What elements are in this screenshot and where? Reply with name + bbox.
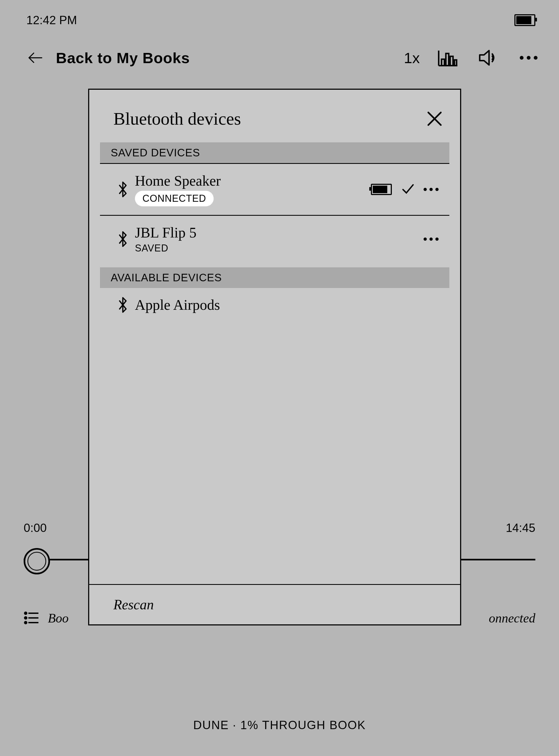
device-more-icon[interactable] xyxy=(424,237,439,241)
clock: 12:42 PM xyxy=(26,14,77,27)
device-status: CONNECTED xyxy=(135,191,214,206)
device-name: JBL Flip 5 xyxy=(135,224,250,241)
svg-rect-3 xyxy=(442,59,445,66)
time-elapsed: 0:00 xyxy=(24,521,47,535)
svg-marker-7 xyxy=(480,50,489,65)
progress-knob[interactable] xyxy=(24,548,50,574)
toolbar: Back to My Books 1x xyxy=(2,43,557,72)
svg-point-10 xyxy=(25,617,27,619)
check-icon xyxy=(401,182,415,197)
bluetooth-icon xyxy=(111,231,135,247)
more-menu-icon[interactable] xyxy=(517,46,541,70)
toc-icon[interactable] xyxy=(24,610,40,626)
device-row[interactable]: JBL Flip 5 SAVED xyxy=(100,216,449,262)
close-icon[interactable] xyxy=(425,109,444,128)
playback-speed[interactable]: 1x xyxy=(404,49,420,67)
modal-title: Bluetooth devices xyxy=(113,109,241,129)
status-bar: 12:42 PM xyxy=(2,11,557,29)
speaker-icon[interactable] xyxy=(476,46,500,70)
device-row[interactable]: Home Speaker CONNECTED xyxy=(100,164,449,216)
bluetooth-modal: Bluetooth devices SAVED DEVICES Home Spe… xyxy=(88,89,461,625)
bottom-left-text: Boo xyxy=(48,611,69,625)
svg-rect-6 xyxy=(454,60,456,66)
device-more-icon[interactable] xyxy=(424,188,439,191)
bluetooth-icon xyxy=(111,297,135,313)
device-name: Home Speaker xyxy=(135,173,250,189)
back-label[interactable]: Back to My Books xyxy=(56,49,190,67)
svg-point-8 xyxy=(25,612,27,614)
device-status: SAVED xyxy=(135,243,250,254)
device-name: Apple Airpods xyxy=(135,297,250,313)
time-remaining: 14:45 xyxy=(506,521,535,535)
svg-rect-4 xyxy=(446,53,449,66)
footer-progress: DUNE · 1% THROUGH BOOK xyxy=(2,718,557,732)
device-row[interactable]: Apple Airpods xyxy=(100,288,449,322)
equalizer-icon[interactable] xyxy=(436,46,460,70)
rescan-button[interactable]: Rescan xyxy=(89,584,460,624)
back-arrow-icon[interactable] xyxy=(26,48,45,67)
saved-devices-header: SAVED DEVICES xyxy=(100,142,449,164)
device-battery-icon xyxy=(371,184,392,195)
bluetooth-icon xyxy=(111,181,135,198)
available-devices-header: AVAILABLE DEVICES xyxy=(100,267,449,288)
bottom-right-text: onnected xyxy=(489,611,535,625)
battery-icon xyxy=(514,14,535,26)
svg-point-12 xyxy=(25,622,27,624)
svg-rect-5 xyxy=(450,56,453,66)
